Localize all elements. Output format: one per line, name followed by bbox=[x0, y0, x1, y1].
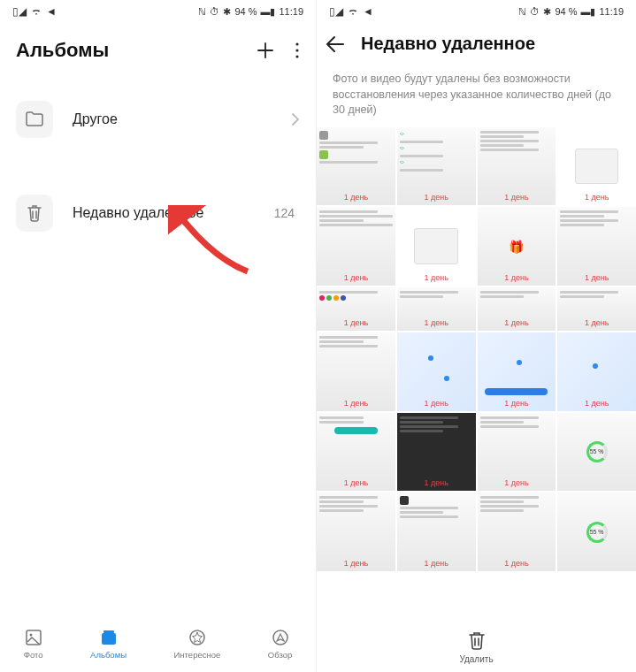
thumbnail[interactable]: 🎁1 день bbox=[478, 207, 556, 286]
status-left: ▯◢ ◄ bbox=[329, 5, 373, 18]
status-right: ℕ ⏱ ✱ 94 % ▬▮ 11:19 bbox=[198, 6, 303, 18]
nav-overview-label: Обзор bbox=[268, 650, 292, 660]
page-title: Альбомы bbox=[16, 39, 109, 62]
status-bar: ▯◢ ◄ ℕ ⏱ ✱ 94 % ▬▮ 11:19 bbox=[0, 0, 316, 23]
alarm-icon: ⏱ bbox=[530, 6, 540, 17]
svg-point-8 bbox=[273, 630, 287, 645]
nav-photo-label: Фото bbox=[24, 650, 43, 660]
trash-icon bbox=[16, 195, 53, 232]
delete-button[interactable] bbox=[467, 630, 487, 651]
svg-point-0 bbox=[295, 42, 298, 45]
bottom-nav: Фото Альбомы Интересное Обзор bbox=[0, 619, 316, 672]
signal-icon: ▯◢ bbox=[329, 5, 343, 18]
wifi-icon bbox=[347, 6, 359, 17]
recently-deleted-label: Недавно удаленное bbox=[73, 205, 255, 221]
thumbnail[interactable]: 1 день bbox=[397, 332, 476, 411]
thumbnail[interactable]: 1 день bbox=[317, 332, 395, 411]
more-button[interactable] bbox=[295, 41, 300, 60]
svg-point-2 bbox=[295, 55, 298, 57]
telegram-icon: ◄ bbox=[363, 5, 373, 18]
thumbnail[interactable]: 1 день bbox=[397, 207, 476, 286]
signal-icon: ▯◢ bbox=[12, 5, 27, 18]
svg-rect-3 bbox=[27, 630, 41, 645]
thumbnails-scroll[interactable]: 1 день ⌔⌔⌔1 день 1 день 1 день 1 день 1 … bbox=[317, 127, 636, 622]
deleted-title: Недавно удаленное bbox=[361, 34, 535, 54]
recently-deleted-item[interactable]: Недавно удаленное 124 bbox=[0, 182, 316, 244]
nfc-icon: ℕ bbox=[518, 6, 526, 18]
thumbnail[interactable]: ⌔⌔⌔1 день bbox=[397, 127, 476, 206]
bluetooth-icon: ✱ bbox=[543, 6, 551, 18]
thumbnail[interactable]: 1 день bbox=[557, 207, 636, 286]
album-list: Другое Недавно удаленное 124 bbox=[0, 80, 316, 253]
svg-point-1 bbox=[295, 49, 298, 51]
time-text: 11:19 bbox=[279, 6, 303, 17]
time-text: 11:19 bbox=[599, 6, 624, 17]
nav-albums-label: Альбомы bbox=[90, 650, 126, 660]
other-album-label: Другое bbox=[73, 111, 272, 127]
add-button[interactable] bbox=[256, 41, 275, 60]
nav-photo[interactable]: Фото bbox=[24, 629, 43, 660]
bluetooth-icon: ✱ bbox=[223, 6, 231, 18]
folder-icon bbox=[16, 101, 53, 138]
thumbnail[interactable]: 1 день bbox=[317, 287, 395, 331]
back-button[interactable] bbox=[326, 35, 345, 53]
nav-interesting[interactable]: Интересное bbox=[174, 629, 221, 660]
info-text: Фото и видео будут удалены без возможнос… bbox=[317, 66, 636, 127]
bottom-bar: Удалить bbox=[317, 621, 636, 672]
battery-text: 94 % bbox=[555, 6, 577, 17]
svg-point-4 bbox=[29, 633, 32, 636]
nav-interesting-label: Интересное bbox=[174, 650, 221, 660]
thumbnail[interactable]: 1 день bbox=[557, 332, 636, 411]
thumbnail[interactable]: 1 день bbox=[397, 413, 476, 492]
thumbnail[interactable]: 1 день bbox=[478, 287, 556, 331]
recently-deleted-count: 124 bbox=[274, 206, 295, 220]
thumbnail[interactable]: 1 день bbox=[317, 413, 395, 492]
thumbnail[interactable]: 1 день bbox=[478, 332, 556, 411]
svg-rect-5 bbox=[102, 633, 116, 645]
nav-overview[interactable]: Обзор bbox=[268, 629, 292, 660]
thumbnails-grid: 1 день ⌔⌔⌔1 день 1 день 1 день 1 день 1 … bbox=[317, 127, 636, 572]
thumbnail[interactable]: 1 день bbox=[317, 207, 395, 286]
status-right: ℕ ⏱ ✱ 94 % ▬▮ 11:19 bbox=[518, 6, 624, 18]
thumbnail[interactable]: 55 % bbox=[557, 493, 636, 571]
thumbnail[interactable]: 1 день bbox=[478, 413, 556, 492]
albums-header: Альбомы bbox=[0, 23, 316, 80]
battery-text: 94 % bbox=[234, 6, 257, 17]
status-left: ▯◢ ◄ bbox=[12, 5, 57, 18]
other-album-item[interactable]: Другое bbox=[0, 88, 316, 150]
thumbnail[interactable]: 1 день bbox=[317, 127, 395, 206]
thumbnail[interactable]: 1 день bbox=[557, 127, 636, 206]
status-bar: ▯◢ ◄ ℕ ⏱ ✱ 94 % ▬▮ 11:19 bbox=[317, 0, 636, 23]
thumbnail[interactable]: 1 день bbox=[317, 493, 395, 571]
deleted-header: Недавно удаленное bbox=[317, 23, 636, 66]
svg-rect-6 bbox=[103, 630, 114, 633]
alarm-icon: ⏱ bbox=[210, 6, 219, 17]
battery-icon: ▬▮ bbox=[260, 6, 275, 18]
thumbnail[interactable]: 1 день bbox=[478, 127, 556, 206]
thumbnail[interactable]: 1 день bbox=[557, 287, 636, 331]
telegram-icon: ◄ bbox=[46, 5, 57, 18]
wifi-icon bbox=[30, 6, 42, 17]
chevron-right-icon bbox=[291, 112, 300, 126]
left-screen: ▯◢ ◄ ℕ ⏱ ✱ 94 % ▬▮ 11:19 Альбомы bbox=[0, 0, 317, 672]
thumbnail[interactable]: 55 % bbox=[557, 413, 636, 492]
right-screen: ▯◢ ◄ ℕ ⏱ ✱ 94 % ▬▮ 11:19 Недавно удаленн… bbox=[317, 0, 636, 672]
delete-label: Удалить bbox=[459, 654, 493, 664]
nav-albums[interactable]: Альбомы bbox=[90, 629, 126, 660]
nfc-icon: ℕ bbox=[198, 6, 206, 18]
thumbnail[interactable]: 1 день bbox=[397, 493, 476, 571]
thumbnail[interactable]: 1 день bbox=[478, 493, 556, 571]
thumbnail[interactable]: 1 день bbox=[397, 287, 476, 331]
battery-icon: ▬▮ bbox=[580, 6, 595, 18]
